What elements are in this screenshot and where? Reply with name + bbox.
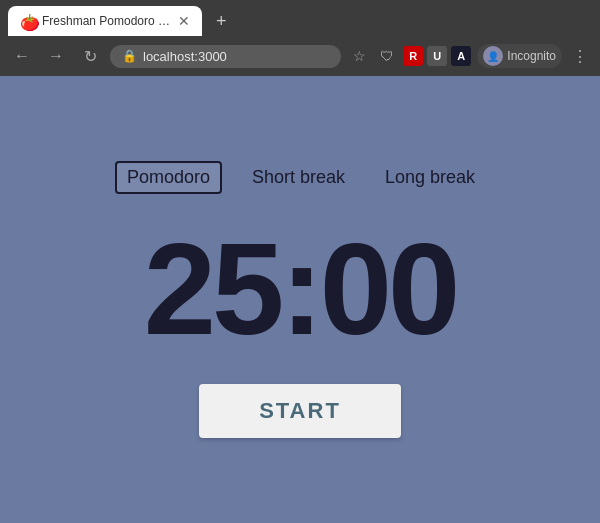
lock-icon: 🔒 <box>122 49 137 63</box>
browser-chrome: 🍅 Freshman Pomodoro Clo... ✕ + ← → ↻ 🔒 l… <box>0 0 600 76</box>
active-tab[interactable]: 🍅 Freshman Pomodoro Clo... ✕ <box>8 6 202 36</box>
extension-icon-3[interactable]: A <box>451 46 471 66</box>
extension-icon-shield[interactable]: 🛡 <box>375 44 399 68</box>
timer-display: 25:00 <box>144 224 457 354</box>
start-button[interactable]: START <box>199 384 401 438</box>
reload-button[interactable]: ↻ <box>76 42 104 70</box>
profile-button[interactable]: 👤 Incognito <box>477 44 562 68</box>
browser-menu-button[interactable]: ⋮ <box>568 43 592 70</box>
short-break-mode-button[interactable]: Short break <box>242 163 355 192</box>
tab-favicon: 🍅 <box>20 13 36 29</box>
forward-button[interactable]: → <box>42 42 70 70</box>
url-bar[interactable]: 🔒 localhost:3000 <box>110 45 341 68</box>
mode-buttons: Pomodoro Short break Long break <box>115 161 485 194</box>
bookmark-icon[interactable]: ☆ <box>347 44 371 68</box>
tab-close-button[interactable]: ✕ <box>178 14 190 28</box>
toolbar-icons: ☆ 🛡 R U A <box>347 44 471 68</box>
new-tab-button[interactable]: + <box>210 9 233 34</box>
extension-icon-2[interactable]: U <box>427 46 447 66</box>
back-button[interactable]: ← <box>8 42 36 70</box>
pomodoro-mode-button[interactable]: Pomodoro <box>115 161 222 194</box>
extension-icon-1[interactable]: R <box>403 46 423 66</box>
long-break-mode-button[interactable]: Long break <box>375 163 485 192</box>
app-content: Pomodoro Short break Long break 25:00 ST… <box>0 76 600 523</box>
profile-label: Incognito <box>507 49 556 63</box>
tab-bar: 🍅 Freshman Pomodoro Clo... ✕ + <box>0 0 600 36</box>
tab-title: Freshman Pomodoro Clo... <box>42 14 172 28</box>
address-bar: ← → ↻ 🔒 localhost:3000 ☆ 🛡 R U A 👤 Incog… <box>0 36 600 76</box>
avatar: 👤 <box>483 46 503 66</box>
url-text: localhost:3000 <box>143 49 227 64</box>
